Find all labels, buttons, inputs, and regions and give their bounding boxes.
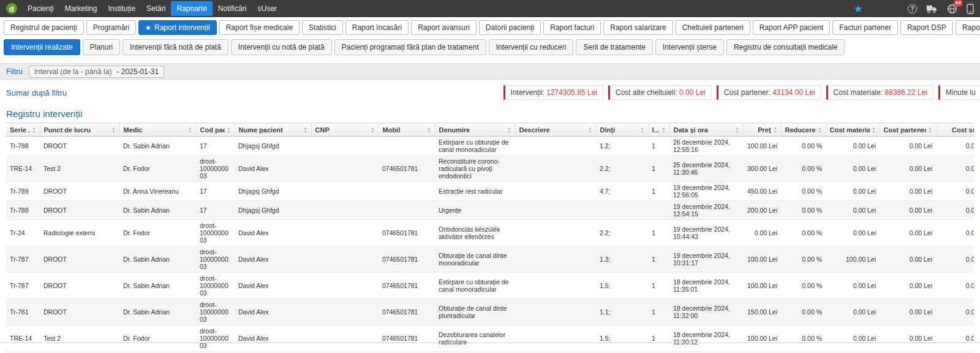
column-header-cost-partener[interactable]: Cost partener▲▼ <box>880 123 936 137</box>
tab-raport-dsp[interactable]: Raport DSP <box>900 20 953 35</box>
tab-raport-salarizare[interactable]: Raport salarizare <box>603 20 673 35</box>
menu-item-suser[interactable]: sUser <box>252 1 282 16</box>
column-header-denumire[interactable]: Denumire▲▼ <box>435 123 515 137</box>
sort-icon[interactable]: ▲▼ <box>818 126 822 134</box>
top-menu: PaciențiMarketingInstituțieSetăriRapoart… <box>22 1 282 16</box>
table-row[interactable]: Tr-789DROOTDr. Anna Vinereanu17Dhjagsj G… <box>6 182 974 201</box>
column-header-reducere[interactable]: Reducere▲▼ <box>781 123 826 137</box>
tab-raport-fi-e-medicale[interactable]: Raport fișe medicale <box>219 20 300 35</box>
cell-cod-pac: droot-1000000003 <box>196 325 235 352</box>
cell-cost-su: 0.00 Lei <box>936 182 974 201</box>
tab-datorii-pacien-i[interactable]: Datorii pacienți <box>479 20 541 35</box>
column-header-cost-su[interactable]: Cost su...▲▼ <box>936 123 974 137</box>
summary-box-cost-partener: Cost partener: 43134.00 Lei <box>717 85 821 100</box>
sort-icon[interactable]: ▲▼ <box>589 126 592 134</box>
cell-data-i-ora: 19 decembrie 2024, 12:54:15 <box>669 201 743 220</box>
subtab-planuri[interactable]: Planuri <box>83 39 120 55</box>
tab-statistici[interactable]: Statistici <box>302 20 343 35</box>
subtab-registru-de-consulta-ii-medicale[interactable]: Registru de consultații medicale <box>726 39 845 55</box>
filtru-link[interactable]: Filtru <box>6 67 23 76</box>
sort-icon[interactable]: ▲▼ <box>872 126 876 134</box>
sort-icon[interactable]: ▲▼ <box>304 126 307 134</box>
column-header-din-i[interactable]: Dinți▲▼ <box>596 123 648 137</box>
help-icon[interactable]: ? <box>908 4 917 13</box>
menu-item-pacien-i[interactable]: Pacienți <box>22 1 59 16</box>
tab-raport-facturi[interactable]: Raport facturi <box>543 20 601 35</box>
menu-item-marketing[interactable]: Marketing <box>59 1 103 16</box>
notification-badge: 68 <box>954 0 963 7</box>
cell-cost-materiale: 0.00 Lei <box>826 137 880 156</box>
cell-data-i-ora: 25 decembrie 2024, 11:30:46 <box>669 156 743 182</box>
column-label: Data și ora <box>674 126 708 134</box>
column-header-cod-pac[interactable]: Cod pac...▲▼ <box>196 123 235 137</box>
table-row[interactable]: Tr-787DROOTDr. Sabin Adriandroot-1000000… <box>6 246 974 273</box>
sort-icon[interactable]: ▲▼ <box>189 126 192 134</box>
tab-facturi-partener[interactable]: Facturi partener <box>832 20 898 35</box>
sort-icon[interactable]: ▲▼ <box>112 126 116 134</box>
sort-icon[interactable]: ▲▼ <box>736 126 739 134</box>
column-header-pre[interactable]: Preț▲▼ <box>743 123 781 137</box>
tab-cheltuieli-parteneri[interactable]: Cheltuieli parteneri <box>676 20 750 35</box>
column-header-data-i-ora[interactable]: Data și ora▲▼ <box>669 123 743 137</box>
tab-registrul-de-pacien-i[interactable]: Registrul de pacienți <box>4 20 84 35</box>
table-row[interactable]: Tr-761DROOTDr. Sabin Adriandroot-1000000… <box>6 299 974 325</box>
tab-program-ri[interactable]: Programări <box>86 20 136 35</box>
cell-descriere <box>515 201 596 220</box>
sort-icon[interactable]: ▲▼ <box>32 126 36 134</box>
app-logo[interactable]: d <box>6 3 17 14</box>
tab-raport-sterilizare[interactable]: Raport sterilizare <box>956 20 980 35</box>
menu-item-institu-ie[interactable]: Instituție <box>102 1 141 16</box>
summary-filter-link[interactable]: Sumar după filtru <box>6 88 67 97</box>
sort-icon[interactable]: ▲▼ <box>227 126 231 134</box>
globe-icon[interactable]: 68 <box>947 4 957 14</box>
table-row[interactable]: Tr-787DROOTDr. Sabin Adriandroot-1000000… <box>6 273 974 299</box>
subtab-interven-ii-cu-not-de-plat[interactable]: Intervenții cu notă de plată <box>231 39 332 55</box>
tab-star-icon: ★ <box>145 24 151 32</box>
sort-icon[interactable]: ▲▼ <box>774 126 777 134</box>
column-header-nume-pacient[interactable]: Nume pacient▲▼ <box>235 123 311 137</box>
menu-item-notific-ri[interactable]: Notificări <box>213 1 252 16</box>
cell-mobil <box>379 182 435 201</box>
table-row[interactable]: Tr-24Radiologie externiDr. Fodordroot-10… <box>6 220 974 246</box>
truck-icon[interactable] <box>926 4 938 13</box>
sort-icon[interactable]: ▲▼ <box>371 126 375 134</box>
menu-item-set-ri[interactable]: Setări <box>141 1 171 16</box>
sort-icon[interactable]: ▲▼ <box>929 126 932 134</box>
column-header-serie[interactable]: Serie ...▲▼ <box>6 123 40 137</box>
cell-punct-de-lucru: Test 2 <box>40 156 119 182</box>
column-header-punct-de-lucru[interactable]: Punct de lucru▲▼ <box>40 123 119 137</box>
sort-icon[interactable]: ▲▼ <box>641 126 644 134</box>
cell-mobil: 0746501781 <box>379 273 435 299</box>
interval-filter-button[interactable]: Interval (de la - până la) - 2025-01-31 <box>29 66 164 78</box>
cell-cost-su: 0.00 Lei <box>936 201 974 220</box>
menu-item-rapoarte[interactable]: Rapoarte <box>171 1 212 16</box>
subtab-interven-ii-cu-reduceri[interactable]: Intervenții cu reduceri <box>489 39 574 55</box>
sort-icon[interactable]: ▲▼ <box>428 126 431 134</box>
table-row[interactable]: Tr-788DROOTDr. Sabin Adrian17Dhjagsj Ghf… <box>6 137 974 156</box>
sort-icon[interactable]: ▲▼ <box>508 126 511 134</box>
tab-raport-interven-ii[interactable]: ★Raport intervenții <box>138 20 217 35</box>
cell-descriere <box>515 156 596 182</box>
favorite-star-icon[interactable]: ★ <box>854 4 863 14</box>
subtab-serii-de-tratamente[interactable]: Serii de tratamente <box>576 39 652 55</box>
cell-reducere: 0.00 % <box>781 325 826 352</box>
subtab-interven-ii-terse[interactable]: Intervenții șterse <box>655 39 724 55</box>
cell-medic: Dr. Sabin Adrian <box>119 137 196 156</box>
subtab-pacien-i-programa-i-f-r-plan-de-tratament[interactable]: Pacienți programați fără plan de tratame… <box>334 39 486 55</box>
column-header-i[interactable]: I...▲▼ <box>648 123 669 137</box>
tab-raport-avansuri[interactable]: Raport avansuri <box>411 20 477 35</box>
subtab-interven-ii-realizate[interactable]: Intervenții realizate <box>4 39 80 55</box>
phone-icon[interactable] <box>967 4 974 14</box>
column-header-cost-materiale[interactable]: Cost materiale▲▼ <box>826 123 880 137</box>
subtab-interven-ii-f-r-not-de-plat[interactable]: Intervenții fără notă de plată <box>123 39 228 55</box>
column-header-mobil[interactable]: Mobil▲▼ <box>379 123 435 137</box>
sort-icon[interactable]: ▲▼ <box>662 126 666 134</box>
table-row[interactable]: TRE-14Test 2Dr. Fodordroot-1000000003Dav… <box>6 325 974 352</box>
column-header-descriere[interactable]: Descriere▲▼ <box>515 123 596 137</box>
table-row[interactable]: Tr-788DROOTDr. Sabin Adrian17Dhjagsj Ghf… <box>6 201 974 220</box>
column-header-cnp[interactable]: CNP▲▼ <box>311 123 379 137</box>
tab-raport-ncas-ri[interactable]: Raport încasări <box>345 20 409 35</box>
tab-raport-app-pacient[interactable]: Raport APP pacient <box>753 20 831 35</box>
column-header-medic[interactable]: Medic▲▼ <box>119 123 196 137</box>
table-row[interactable]: TRE-14Test 2Dr. Fodordroot-1000000003Dav… <box>6 156 974 182</box>
